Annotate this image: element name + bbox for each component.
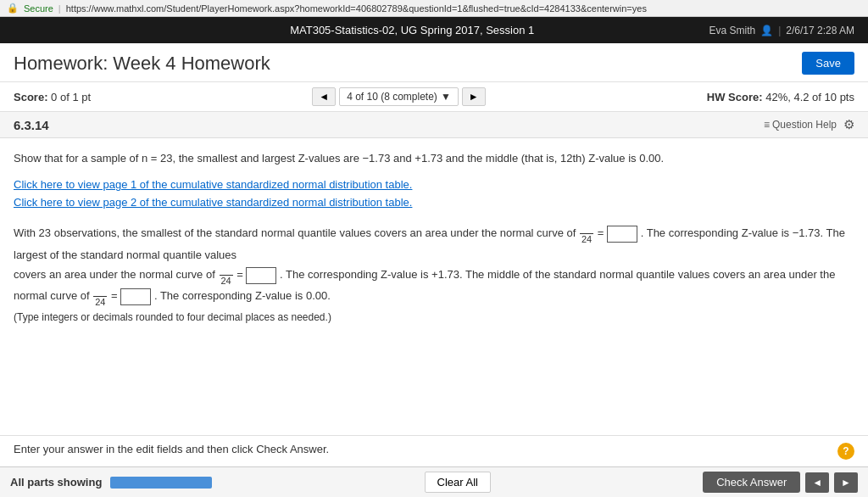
- user-name: Eva Smith: [709, 25, 755, 36]
- browser-bar: 🔒 Secure | https://www.mathxl.com/Studen…: [0, 0, 868, 17]
- score-label: Score:: [14, 91, 47, 103]
- score-display: Score: 0 of 1 pt: [14, 91, 91, 103]
- separator: |: [58, 3, 61, 14]
- user-icon: 👤: [760, 25, 773, 36]
- dropdown-icon: ▼: [441, 91, 451, 103]
- question-number: 6.3.14: [14, 118, 49, 132]
- gear-button[interactable]: ⚙: [843, 117, 854, 132]
- answer-input-2[interactable]: [246, 267, 276, 284]
- score-row: Score: 0 of 1 pt ◄ 4 of 10 (8 complete) …: [0, 82, 868, 112]
- user-info: Eva Smith 👤 | 2/6/17 2:28 AM: [709, 25, 854, 36]
- nav-status-text: 4 of 10 (8 complete): [347, 91, 437, 103]
- problem-text: With 23 observations, the smallest of th…: [14, 223, 854, 327]
- question-help-area: ≡ Question Help ⚙: [764, 117, 854, 132]
- sentence2-prefix: covers an area under the normal curve of: [14, 268, 215, 281]
- hw-score-label: HW Score:: [707, 91, 763, 103]
- url-bar: https://www.mathxl.com/Student/PlayerHom…: [66, 3, 647, 14]
- fraction-1: 24: [580, 223, 593, 244]
- problem-area: Show that for a sample of n = 23, the sm…: [0, 138, 868, 339]
- lock-icon: 🔒: [7, 3, 19, 14]
- hw-score-display: HW Score: 42%, 4.2 of 10 pts: [707, 91, 854, 103]
- table-link-2[interactable]: Click here to view page 2 of the cumulat…: [14, 194, 854, 212]
- problem-links: Click here to view page 1 of the cumulat…: [14, 176, 854, 212]
- answer-input-1[interactable]: [607, 226, 637, 243]
- top-nav: MAT305-Statistics-02, UG Spring 2017, Se…: [0, 17, 868, 43]
- nav-controls: ◄ 4 of 10 (8 complete) ▼ ►: [312, 87, 485, 106]
- sentence1-prefix: With 23 observations, the smallest of th…: [14, 226, 576, 239]
- main-content: Homework: Week 4 Homework Save Score: 0 …: [0, 43, 868, 339]
- hw-score-value: 42%, 4.2 of 10 pts: [765, 91, 854, 103]
- sentence3-suffix: . The corresponding Z-value is 0.00.: [154, 289, 331, 302]
- equals-1: =: [598, 226, 607, 239]
- question-nav-dropdown[interactable]: 4 of 10 (8 complete) ▼: [339, 87, 459, 106]
- datetime: 2/6/17 2:28 AM: [786, 25, 854, 36]
- score-value: 0 of 1 pt: [51, 91, 91, 103]
- nav-next-button[interactable]: ►: [462, 87, 486, 106]
- answer-input-3[interactable]: [120, 288, 151, 305]
- help-list-icon: ≡: [764, 119, 770, 131]
- question-header: 6.3.14 ≡ Question Help ⚙: [0, 112, 868, 138]
- hw-title: Homework: Week 4 Homework: [14, 53, 270, 75]
- fraction-2: 24: [219, 265, 232, 286]
- gear-icon: ⚙: [843, 117, 854, 131]
- problem-intro: Show that for a sample of n = 23, the sm…: [14, 150, 854, 168]
- fraction-3: 24: [93, 286, 107, 307]
- course-title: MAT305-Statistics-02, UG Spring 2017, Se…: [115, 24, 709, 36]
- save-button[interactable]: Save: [802, 52, 854, 75]
- hw-header: Homework: Week 4 Homework Save: [0, 43, 868, 82]
- table-link-1[interactable]: Click here to view page 1 of the cumulat…: [14, 176, 854, 194]
- nav-prev-button[interactable]: ◄: [312, 87, 336, 106]
- note-text: (Type integers or decimals rounded to fo…: [14, 311, 331, 323]
- equals-3: =: [111, 289, 120, 302]
- equals-2: =: [236, 268, 246, 281]
- question-help-button[interactable]: ≡ Question Help: [764, 119, 837, 131]
- question-help-label: Question Help: [772, 119, 837, 131]
- secure-label: Secure: [24, 3, 53, 14]
